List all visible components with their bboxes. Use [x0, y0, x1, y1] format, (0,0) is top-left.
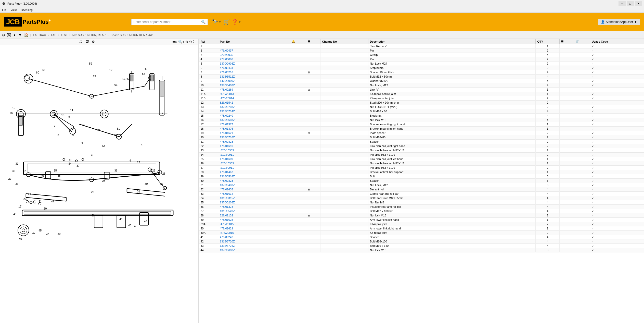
part-link[interactable]: 826/01132 — [220, 214, 233, 217]
part-link[interactable]: 476/00216 — [220, 71, 233, 74]
part-link[interactable]: 1370/0703Z — [220, 105, 235, 108]
cell-partno[interactable]: 478/01628 — [218, 218, 290, 222]
part-link[interactable]: 478/01377 — [220, 123, 233, 126]
part-link[interactable]: :2103/0911 — [220, 166, 234, 169]
cell-partno[interactable]: 1315/3315Z — [218, 196, 290, 200]
cell-partno[interactable]: 1370/0903Z — [218, 62, 290, 66]
cell-partno[interactable]: 1316/3716Z — [218, 135, 290, 140]
user-button[interactable]: 👤 StandaloneAppUser ▼ — [598, 19, 640, 25]
part-link[interactable]: 477/00086 — [220, 58, 233, 61]
cell-partno[interactable]: 478/01378 — [218, 205, 290, 209]
cell-partno[interactable]: 478/00242 — [218, 235, 290, 239]
binoculars-button[interactable]: 🔭▼ — [212, 19, 221, 25]
print-button[interactable]: 🖨 — [78, 39, 83, 44]
cell-partno[interactable]: 478/01621 — [218, 131, 290, 135]
nav-image-icon[interactable]: 🖼 — [7, 33, 11, 37]
part-link[interactable]: 1315/3724Z — [220, 244, 235, 247]
part-link[interactable]: 478/01614 — [220, 192, 233, 195]
cell-partno[interactable]: 1315/3714Z — [218, 109, 290, 114]
help-button[interactable]: ❓▼ — [232, 19, 241, 25]
cell-partno[interactable]: :826/10383 — [218, 161, 290, 166]
breadcrumb-fas[interactable]: FAS — [51, 33, 56, 36]
part-link[interactable]: 1370/0403Z — [220, 84, 235, 87]
cell-partno[interactable]: 1370/0203Z — [218, 200, 290, 205]
cell-partno[interactable]: 476/00437 — [218, 48, 290, 53]
cell-partno[interactable]: 478/00289 — [218, 88, 290, 92]
part-link[interactable]: 826/01542 — [220, 101, 233, 104]
minimize-button[interactable]: ─ — [619, 1, 626, 6]
part-link[interactable]: 478/00242 — [220, 236, 233, 239]
nav-up-icon[interactable]: ▲ — [13, 33, 16, 37]
part-link[interactable]: 1315/3714Z — [220, 110, 235, 113]
part-link[interactable]: 1420/0009Z — [220, 79, 235, 82]
breadcrumb-s222[interactable]: S2-2-2 SUSPENSION REAR, 4WS — [111, 33, 154, 36]
home-icon[interactable]: 🏠 — [24, 33, 28, 37]
cell-partno[interactable]: :2103/0911 — [218, 166, 290, 170]
cell-partno[interactable]: 1420/0009Z — [218, 79, 290, 83]
nav-circle-icon[interactable]: ⊙ — [2, 33, 5, 37]
cell-partno[interactable]: 477/00086 — [218, 57, 290, 62]
cell-partno[interactable]: 2203/0035 — [218, 53, 290, 57]
cell-partno[interactable]: 476/00216 — [218, 70, 290, 75]
close-button[interactable]: ✕ — [635, 1, 642, 6]
part-link[interactable]: 478/01629 — [220, 227, 233, 230]
part-link[interactable]: :478/20014 — [220, 97, 234, 100]
cell-partno[interactable]: 478/01467 — [218, 170, 290, 174]
zoom-out-button[interactable]: ⊖ — [189, 40, 192, 44]
cell-partno[interactable]: 478/01635 — [218, 187, 290, 192]
cell-partno[interactable]: 478/00323 — [218, 140, 290, 144]
breadcrumb-ssl[interactable]: S SL — [61, 33, 67, 36]
cell-partno[interactable]: :478/20015 — [218, 231, 290, 235]
cell-partno[interactable]: 1370/0603Z — [218, 248, 290, 252]
part-link[interactable]: 478/01609 — [220, 157, 233, 161]
cell-partno[interactable]: :826/10383 — [218, 148, 290, 153]
cell-partno[interactable]: 1370/0403Z — [218, 83, 290, 88]
cell-partno[interactable]: 1315/3520Z — [218, 209, 290, 213]
part-link[interactable]: 478/00323 — [220, 140, 233, 143]
cell-partno[interactable]: 1370/0403Z — [218, 183, 290, 187]
breadcrumb-502[interactable]: 502 SUSPENSION, REAR — [72, 33, 106, 36]
breadcrumb-fastrac[interactable]: FASTRAC — [33, 33, 46, 36]
part-link[interactable]: 478/01621 — [220, 131, 233, 135]
cell-partno[interactable]: 478/00323 — [218, 179, 290, 183]
part-link[interactable]: :826/10383 — [220, 149, 234, 152]
cell-partno[interactable]: 478/01610 — [218, 144, 290, 148]
cell-partno[interactable]: 1315/3724Z — [218, 244, 290, 248]
cell-partno[interactable]: :478/20014 — [218, 96, 290, 101]
part-link[interactable]: 1370/0603Z — [220, 249, 235, 252]
part-link[interactable]: 1315/3520Z — [220, 210, 235, 213]
maximize-button[interactable]: □ — [627, 1, 634, 6]
cell-partno[interactable]: 1315/3512Z — [218, 75, 290, 79]
part-link[interactable]: 1316/3716Z — [220, 136, 235, 139]
cell-partno[interactable]: 1316/3514Z — [218, 174, 290, 179]
part-link[interactable]: 1315/3315Z — [220, 197, 235, 200]
cell-partno[interactable]: 478/01609 — [218, 157, 290, 161]
cart-button[interactable]: 🛒 — [223, 19, 230, 25]
part-link[interactable]: 1370/0903Z — [220, 62, 235, 65]
nav-down-icon[interactable]: ▼ — [18, 33, 22, 37]
part-link[interactable]: 1316/3514Z — [220, 175, 235, 178]
part-link[interactable]: 1370/0603Z — [220, 118, 235, 121]
part-link[interactable]: 1315/3720Z — [220, 240, 235, 243]
search-button[interactable]: 🔍 — [199, 19, 208, 25]
part-link[interactable]: :2103/0911 — [220, 153, 234, 156]
part-link[interactable]: 478/01376 — [220, 127, 233, 130]
part-link[interactable]: 1370/0403Z — [220, 184, 235, 187]
menu-file[interactable]: File — [2, 8, 7, 11]
zoom-in-alt-button[interactable]: ⊕ — [185, 40, 188, 44]
cell-partno[interactable]: 478/01376 — [218, 127, 290, 131]
menu-view[interactable]: View — [11, 8, 17, 11]
part-link[interactable]: 478/01610 — [220, 144, 233, 148]
cell-partno[interactable]: 826/01132 — [218, 213, 290, 218]
part-link[interactable]: 2203/0035 — [220, 53, 233, 56]
part-link[interactable]: 1315/3512Z — [220, 75, 235, 78]
cell-partno[interactable]: 478/01629 — [218, 226, 290, 231]
cell-partno[interactable]: :478/20015 — [218, 222, 290, 226]
part-link[interactable]: 476/00434 — [220, 66, 233, 69]
part-link[interactable]: :478/20015 — [220, 231, 234, 234]
zoom-fit-button[interactable]: ⛶ — [193, 40, 196, 44]
part-link[interactable]: :478/20013 — [220, 92, 234, 95]
save-image-button[interactable]: 🖼 — [84, 39, 90, 44]
cell-partno[interactable]: 1315/3720Z — [218, 239, 290, 244]
cell-partno[interactable]: :2103/0911 — [218, 153, 290, 157]
